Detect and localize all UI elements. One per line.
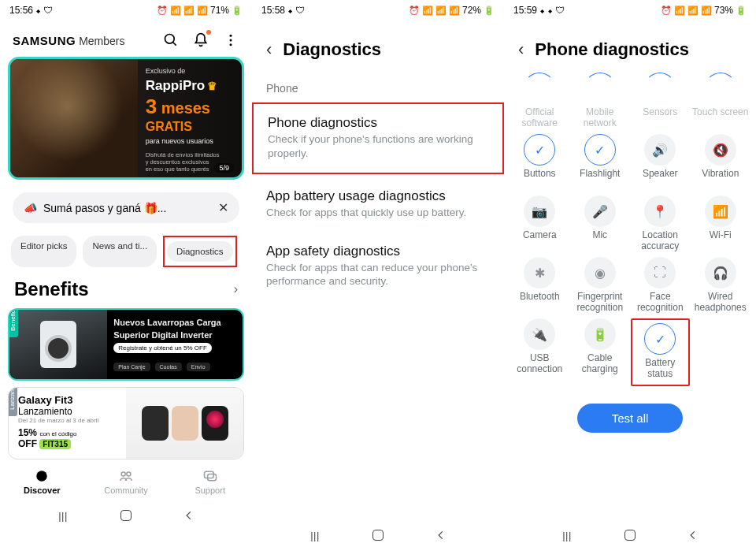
- diag-glyph-icon: 🔊: [644, 134, 676, 166]
- item-title: App battery usage diagnostics: [266, 188, 490, 204]
- item-desc: Check if your phone's functions are work…: [268, 132, 488, 160]
- nav-back[interactable]: [181, 508, 197, 523]
- svg-point-4: [230, 43, 232, 46]
- status-time: 15:56: [9, 5, 33, 16]
- diag-item-wired-headphones[interactable]: 🎧Wired headphones: [691, 257, 750, 314]
- diag-label: Bluetooth: [520, 292, 560, 314]
- svg-line-1: [173, 43, 176, 46]
- status-time: 15:59: [513, 5, 537, 16]
- diag-item-vibration[interactable]: 🔇Vibration: [691, 134, 750, 191]
- diag-glyph-icon: 📷: [524, 195, 555, 227]
- nav-home[interactable]: [370, 527, 386, 543]
- check-icon: ✓: [584, 134, 616, 166]
- close-icon[interactable]: ✕: [218, 200, 228, 215]
- banner-rappi: RappiPro♛: [146, 78, 234, 94]
- diag-item-flashlight[interactable]: ✓Flashlight: [571, 134, 630, 191]
- diag-label: Sensors: [643, 107, 677, 129]
- item-title: Phone diagnostics: [268, 115, 488, 131]
- screen-phone-diagnostics: 15:59 ⬥ ⬥ 🛡 ⏰ 📶 📶 📶 73% 🔋 ‹ Phone diagno…: [504, 0, 756, 547]
- nav-recent[interactable]: |||: [55, 508, 71, 523]
- search-icon[interactable]: [162, 32, 180, 49]
- card3-watches: [126, 388, 243, 459]
- diag-item-battery-status[interactable]: ✓Battery status: [634, 323, 687, 380]
- item-phone-diagnostics[interactable]: Phone diagnostics Check if your phone's …: [252, 102, 504, 174]
- banner-sub: para nuevos usuarios: [146, 137, 234, 145]
- nav-back[interactable]: [433, 527, 449, 543]
- status-shield-icon: 🛡: [555, 5, 565, 16]
- card3-name: Galaxy Fit3: [18, 394, 121, 406]
- diag-label: Official software: [510, 107, 569, 129]
- status-battery: 73%: [714, 5, 733, 16]
- card2-title1: Nuevos Lavarropas Carga: [113, 318, 236, 327]
- diag-item-touch-screen[interactable]: Touch screen: [691, 73, 750, 129]
- signal2-icon: 📶: [197, 6, 208, 16]
- status-shield-icon: 🛡: [43, 5, 53, 16]
- overflow-icon[interactable]: [222, 32, 239, 49]
- nav-home[interactable]: [118, 508, 134, 523]
- card2-title2: Superior Digital Inverter: [113, 330, 236, 340]
- diag-item-speaker[interactable]: 🔊Speaker: [631, 134, 690, 191]
- screen-diagnostics-list: 15:58 ⬥ 🛡 ⏰ 📶 📶 📶 72% 🔋 ‹ Diagnostics Ph…: [252, 0, 504, 547]
- diag-item-buttons[interactable]: ✓Buttons: [510, 134, 569, 191]
- benefit-card-fit3[interactable]: Lanzamiento Galaxy Fit3 Lanzamiento Del …: [8, 387, 244, 460]
- diag-item-usb-connection[interactable]: 🔌USB connection: [510, 318, 569, 386]
- diag-item-camera[interactable]: 📷Camera: [510, 195, 569, 252]
- notice-bar[interactable]: 📣 Sumá pasos y ganá 🎁... ✕: [13, 192, 239, 223]
- chip-editor-picks[interactable]: Editor picks: [11, 236, 76, 267]
- nav-back[interactable]: [685, 527, 701, 543]
- diag-item-face-recognition[interactable]: ⛶Face recognition: [631, 257, 690, 314]
- diag-highlight: ✓Battery status: [631, 318, 690, 386]
- status-app2-icon: ⬥: [547, 5, 553, 16]
- notification-dot: [206, 30, 211, 35]
- wifi-icon: 📶: [170, 6, 181, 16]
- benefit-card-washer[interactable]: Beneficio Nuevos Lavarropas Carga Superi…: [8, 308, 244, 381]
- diag-label: Wired headphones: [691, 292, 750, 314]
- tab-discover[interactable]: Discover: [0, 460, 84, 504]
- back-icon[interactable]: ‹: [518, 39, 524, 60]
- page-header: ‹ Diagnostics: [252, 20, 504, 74]
- diag-glyph-icon: ✱: [524, 257, 555, 288]
- card3-dates: Del 21 de marzo al 3 de abril: [18, 417, 121, 424]
- diag-item-location-accuracy[interactable]: 📍Location accuracy: [631, 195, 690, 252]
- brand: SAMSUNG Members: [13, 34, 125, 47]
- nav-recent[interactable]: |||: [559, 527, 575, 543]
- svg-point-3: [230, 39, 232, 42]
- diag-label: USB connection: [510, 353, 569, 375]
- diag-label: Buttons: [524, 169, 556, 191]
- svg-point-6: [121, 472, 125, 476]
- diag-item-wi-fi[interactable]: 📶Wi-Fi: [691, 195, 750, 252]
- diag-item-mic[interactable]: 🎤Mic: [571, 195, 630, 252]
- washer-icon: [40, 321, 76, 368]
- chip-diagnostics[interactable]: Diagnostics: [167, 241, 232, 262]
- diag-item-mobile-network[interactable]: Mobile network: [571, 73, 630, 129]
- diag-item-official-software[interactable]: Official software: [510, 73, 569, 129]
- benefits-title: Benefits: [14, 278, 89, 300]
- diag-glyph-icon: 📍: [644, 195, 676, 227]
- nav-recent[interactable]: |||: [307, 527, 323, 543]
- back-icon[interactable]: ‹: [266, 39, 272, 60]
- promo-banner[interactable]: Beneficio Exclusivo de RappiPro♛ 3 meses…: [8, 57, 244, 180]
- notifications-icon[interactable]: [192, 32, 209, 49]
- chip-news[interactable]: News and ti...: [83, 236, 157, 267]
- tab-community[interactable]: Community: [84, 460, 169, 504]
- alarm-icon: ⏰: [661, 6, 672, 16]
- diag-item-cable-charging[interactable]: 🔋Cable charging: [571, 318, 630, 386]
- diag-item-sensors[interactable]: Sensors: [631, 73, 690, 129]
- diag-glyph-icon: ◉: [584, 257, 616, 288]
- item-safety-diagnostics[interactable]: App safety diagnostics Check for apps th…: [252, 233, 504, 301]
- item-battery-diagnostics[interactable]: App battery usage diagnostics Check for …: [252, 177, 504, 233]
- crown-icon: ♛: [207, 80, 217, 92]
- signal2-icon: 📶: [449, 6, 460, 16]
- benefits-header[interactable]: Benefits ›: [0, 267, 252, 308]
- status-time: 15:58: [261, 5, 285, 16]
- diag-item-bluetooth[interactable]: ✱Bluetooth: [510, 257, 569, 314]
- test-all-button[interactable]: Test all: [577, 404, 684, 433]
- card2-logos: Plan CanjeCuotasEnvío: [113, 363, 236, 371]
- diag-item-fingerprint-recognition[interactable]: ◉Fingerprint recognition: [571, 257, 630, 314]
- check-icon: ✓: [524, 134, 555, 166]
- status-battery: 72%: [462, 5, 481, 16]
- wifi-icon: 📶: [422, 6, 433, 16]
- nav-home[interactable]: [622, 527, 638, 543]
- diag-label: Face recognition: [631, 292, 690, 314]
- tab-support[interactable]: Support: [168, 460, 252, 504]
